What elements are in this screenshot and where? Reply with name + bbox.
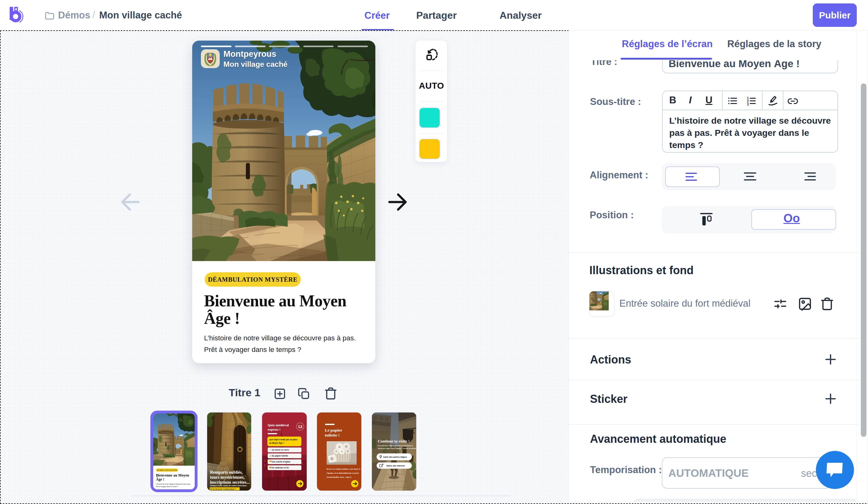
svg-text:3: 3: [747, 102, 749, 106]
